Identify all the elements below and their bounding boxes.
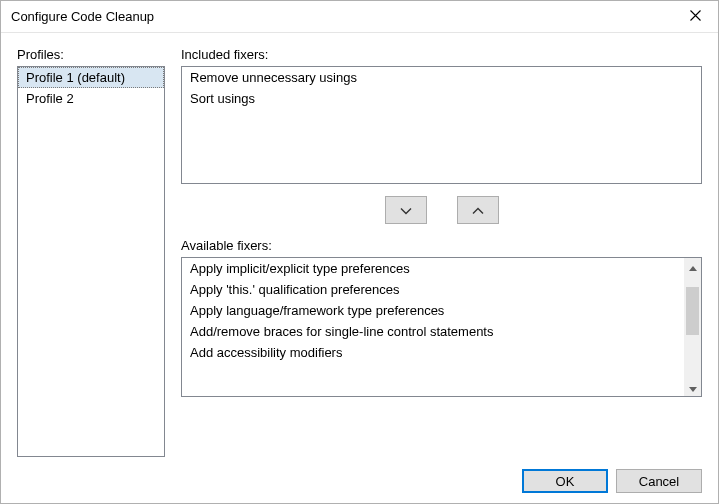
- move-buttons-row: [181, 196, 702, 224]
- available-fixer-item[interactable]: Apply implicit/explicit type preferences: [182, 258, 684, 279]
- scroll-track[interactable]: [684, 275, 701, 379]
- chevron-up-icon: [472, 203, 484, 218]
- chevron-down-icon: [689, 380, 697, 395]
- dialog-footer: OK Cancel: [17, 457, 702, 493]
- window-title: Configure Code Cleanup: [11, 9, 672, 24]
- available-fixer-item[interactable]: Add accessibility modifiers: [182, 342, 684, 363]
- fixers-column: Included fixers: Remove unnecessary usin…: [181, 47, 702, 457]
- available-fixer-item[interactable]: Apply language/framework type preference…: [182, 300, 684, 321]
- close-button[interactable]: [672, 1, 718, 33]
- move-up-button[interactable]: [457, 196, 499, 224]
- included-fixers-list[interactable]: Remove unnecessary usings Sort usings: [181, 66, 702, 184]
- cancel-button[interactable]: Cancel: [616, 469, 702, 493]
- scroll-up-button[interactable]: [684, 258, 701, 275]
- profile-item[interactable]: Profile 2: [18, 88, 164, 109]
- columns: Profiles: Profile 1 (default) Profile 2 …: [17, 47, 702, 457]
- close-icon: [690, 9, 701, 24]
- scroll-down-button[interactable]: [684, 379, 701, 396]
- profiles-column: Profiles: Profile 1 (default) Profile 2: [17, 47, 165, 457]
- profile-item[interactable]: Profile 1 (default): [18, 67, 164, 88]
- available-fixer-item[interactable]: Add/remove braces for single-line contro…: [182, 321, 684, 342]
- titlebar: Configure Code Cleanup: [1, 1, 718, 33]
- available-label: Available fixers:: [181, 238, 702, 253]
- included-label: Included fixers:: [181, 47, 702, 62]
- move-down-button[interactable]: [385, 196, 427, 224]
- profiles-list[interactable]: Profile 1 (default) Profile 2: [17, 66, 165, 457]
- ok-button[interactable]: OK: [522, 469, 608, 493]
- profiles-label: Profiles:: [17, 47, 165, 62]
- available-fixers-inner: Apply implicit/explicit type preferences…: [182, 258, 684, 396]
- available-fixer-item[interactable]: Apply 'this.' qualification preferences: [182, 279, 684, 300]
- chevron-down-icon: [400, 203, 412, 218]
- dialog-window: Configure Code Cleanup Profiles: Profile…: [0, 0, 719, 504]
- scrollbar[interactable]: [684, 258, 701, 396]
- available-fixers-list[interactable]: Apply implicit/explicit type preferences…: [181, 257, 702, 397]
- scroll-thumb[interactable]: [686, 287, 699, 335]
- included-fixer-item[interactable]: Sort usings: [182, 88, 701, 109]
- chevron-up-icon: [689, 259, 697, 274]
- included-fixer-item[interactable]: Remove unnecessary usings: [182, 67, 701, 88]
- dialog-content: Profiles: Profile 1 (default) Profile 2 …: [1, 33, 718, 503]
